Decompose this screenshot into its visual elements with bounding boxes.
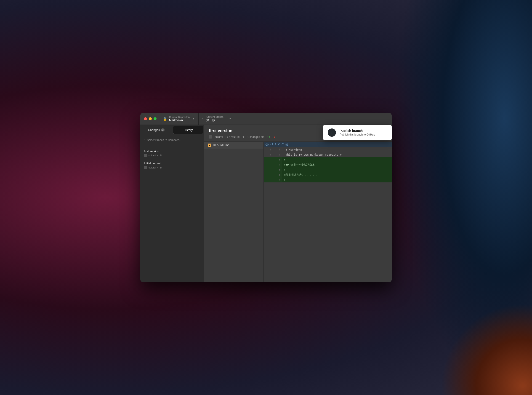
list-item[interactable]: M README.md	[204, 142, 263, 148]
repo-chevron-icon: ▼	[192, 117, 195, 120]
plus-icon: ✛	[242, 135, 244, 138]
sidebar-compare: ⑂ Select Branch to Compare...	[140, 135, 204, 145]
repository-text: Current Repository Markdown	[169, 116, 190, 122]
commit-detail-author: colordi	[215, 135, 223, 138]
diff-new-num: 1	[273, 147, 282, 152]
diff-hunk-header: @@ -1,2 +1,7 @@	[264, 142, 392, 147]
list-item[interactable]: Initial commit colordi • 3h	[140, 159, 204, 171]
diff-line-content: +	[282, 157, 392, 162]
maximize-button[interactable]	[154, 117, 157, 120]
diff-row: 1 1 # Markdown	[264, 147, 392, 152]
commit-message: Initial commit	[144, 162, 201, 165]
file-name: README.md	[213, 143, 229, 147]
file-status-badge: M	[208, 143, 211, 147]
diff-row: 6 +我是测试内容。。。。。。	[264, 172, 392, 177]
diff-old-num	[264, 167, 273, 172]
diff-old-num: 2	[264, 152, 273, 157]
publish-text: Publish branch Publish this branch to Gi…	[340, 129, 375, 136]
content-area: first version colordi ⬡ a7e981d ✛ 1 chan…	[204, 125, 392, 282]
select-branch-button[interactable]: ⑂ Select Branch to Compare...	[143, 137, 201, 143]
diff-row: 2 2 This is my own markdown repository	[264, 152, 392, 157]
avatar	[209, 135, 212, 138]
diff-line-content: +我是测试内容。。。。。。	[282, 172, 392, 177]
repo-name: Markdown	[169, 118, 190, 122]
diff-row: 3 +	[264, 157, 392, 162]
diff-row: 5 +	[264, 167, 392, 172]
files-area: M README.md @@ -1,2 +1,7 @@ 1 1 # Markdo…	[204, 142, 392, 282]
diff-line-content: This is my own markdown repository	[282, 152, 392, 157]
diff-row: 4 +## 这是一个测试的版本	[264, 162, 392, 167]
sidebar: Changes 1 History ⑂ Select Branch to Com…	[140, 125, 204, 282]
branch-chevron-icon: ▼	[229, 117, 231, 120]
publish-branch-item[interactable]: ↑ Publish branch Publish this branch to …	[323, 125, 392, 140]
publish-upload-icon: ↑	[328, 128, 336, 137]
branch-label: Current Branch	[206, 115, 223, 118]
hash-value: a7e981d	[229, 135, 239, 138]
commit-time: 2h	[159, 154, 162, 157]
diff-old-num: 1	[264, 147, 273, 152]
additions-count: +5	[267, 135, 270, 138]
diff-old-num	[264, 172, 273, 177]
commit-hash: ⬡ a7e981d	[226, 135, 239, 138]
tab-history[interactable]: History	[173, 126, 204, 134]
lock-icon: 🔒	[163, 117, 167, 121]
traffic-lights	[140, 117, 157, 120]
deletions-count: -0	[273, 135, 276, 138]
branch-name: 第一版	[206, 118, 223, 122]
commit-list: first version colordi • 2h Initial commi…	[140, 145, 204, 282]
diff-new-num: 6	[273, 172, 282, 177]
commit-time: 3h	[159, 166, 162, 169]
diff-old-num	[264, 157, 273, 162]
current-branch-section[interactable]: ⑂ Current Branch 第一版 ▼	[199, 113, 235, 125]
avatar	[144, 166, 147, 169]
app-window: 🔒 Current Repository Markdown ▼ ⑂ Curren…	[140, 113, 392, 282]
diff-line-content: +	[282, 177, 392, 182]
publish-title: Publish branch	[340, 129, 375, 132]
diff-new-num: 3	[273, 157, 282, 162]
current-repository-section[interactable]: 🔒 Current Repository Markdown ▼	[159, 113, 199, 125]
diff-old-num	[264, 162, 273, 167]
diff-view: @@ -1,2 +1,7 @@ 1 1 # Markdown 2 2 This …	[264, 142, 392, 282]
list-item[interactable]: first version colordi • 2h	[140, 147, 204, 159]
watermark: 知乎 @colordi	[492, 379, 523, 386]
diff-line-content: # Markdown	[282, 147, 392, 152]
repo-label: Current Repository	[169, 116, 190, 118]
changed-files: 1 changed file	[247, 135, 264, 138]
commit-dot: •	[157, 166, 158, 169]
files-list: M README.md	[204, 142, 264, 282]
commit-author: colordi	[149, 154, 156, 157]
branch-text: Current Branch 第一版	[206, 115, 223, 122]
branch-icon: ⑂	[202, 117, 204, 121]
publish-subtitle: Publish this branch to GitHub	[340, 133, 375, 136]
title-bar: 🔒 Current Repository Markdown ▼ ⑂ Curren…	[140, 113, 392, 125]
publish-dropdown: ↑ Publish branch Publish this branch to …	[323, 125, 392, 140]
diff-hunk-row: @@ -1,2 +1,7 @@	[264, 142, 392, 147]
diff-new-num: 4	[273, 162, 282, 167]
tab-changes[interactable]: Changes 1	[141, 126, 172, 134]
branch-compare-icon: ⑂	[144, 138, 146, 142]
diff-row: 7 +	[264, 177, 392, 182]
hash-icon: ⬡	[226, 135, 228, 138]
commit-meta: colordi • 3h	[144, 166, 201, 169]
minimize-button[interactable]	[149, 117, 152, 120]
diff-line-content: +## 这是一个测试的版本	[282, 162, 392, 167]
commit-message: first version	[144, 149, 201, 153]
changes-badge: 1	[161, 128, 164, 132]
main-content: Changes 1 History ⑂ Select Branch to Com…	[140, 125, 392, 282]
header-sections: 🔒 Current Repository Markdown ▼ ⑂ Curren…	[159, 113, 392, 125]
commit-meta: colordi • 2h	[144, 154, 201, 157]
publish-area: ↑ Publish branch Publish this branch to …	[235, 113, 392, 125]
commit-author: colordi	[149, 166, 156, 169]
sidebar-tabs: Changes 1 History	[140, 125, 204, 135]
diff-line-content: +	[282, 167, 392, 172]
diff-new-num: 5	[273, 167, 282, 172]
close-button[interactable]	[144, 117, 147, 120]
avatar	[144, 154, 147, 157]
commit-dot: •	[157, 154, 158, 157]
diff-new-num: 2	[273, 152, 282, 157]
diff-old-num	[264, 177, 273, 182]
diff-new-num: 7	[273, 177, 282, 182]
